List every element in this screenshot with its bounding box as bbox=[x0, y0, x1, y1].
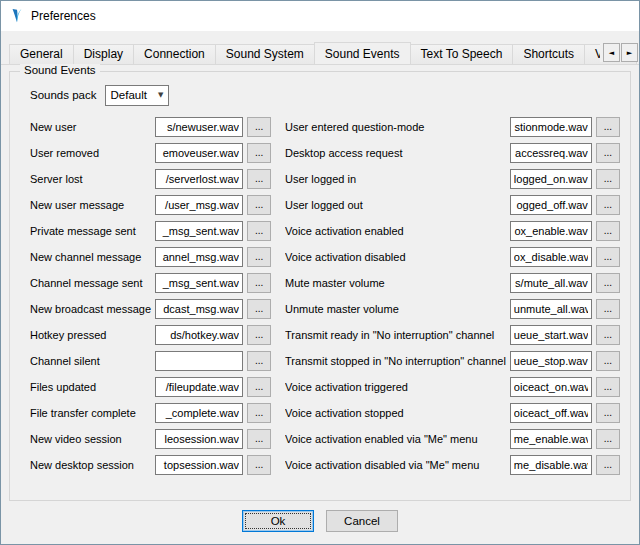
sound-file-input[interactable] bbox=[155, 351, 243, 371]
sound-file-input[interactable] bbox=[510, 403, 592, 423]
browse-button[interactable]: ... bbox=[247, 403, 271, 423]
sound-event-row: New user message... bbox=[30, 192, 271, 218]
sound-file-input[interactable] bbox=[155, 195, 243, 215]
browse-button[interactable]: ... bbox=[596, 377, 620, 397]
sound-file-input[interactable] bbox=[155, 455, 243, 475]
sound-event-row: User removed... bbox=[30, 140, 271, 166]
sound-file-input[interactable] bbox=[510, 195, 592, 215]
sound-file-input[interactable] bbox=[510, 299, 592, 319]
sound-file-input[interactable] bbox=[155, 143, 243, 163]
sound-event-label: User entered question-mode bbox=[285, 121, 510, 133]
browse-button[interactable]: ... bbox=[596, 325, 620, 345]
sound-event-label: Server lost bbox=[30, 173, 155, 185]
browse-button[interactable]: ... bbox=[596, 143, 620, 163]
sound-event-row: New desktop session... bbox=[30, 452, 271, 478]
sound-event-row: New video session... bbox=[30, 426, 271, 452]
ok-button[interactable]: Ok bbox=[242, 510, 314, 532]
browse-button[interactable]: ... bbox=[247, 325, 271, 345]
browse-button[interactable]: ... bbox=[596, 169, 620, 189]
browse-button[interactable]: ... bbox=[596, 221, 620, 241]
sound-file-input[interactable] bbox=[155, 299, 243, 319]
sound-file-input[interactable] bbox=[510, 325, 592, 345]
tab-scroll-right-icon[interactable]: ► bbox=[621, 43, 638, 62]
browse-button[interactable]: ... bbox=[596, 273, 620, 293]
browse-button[interactable]: ... bbox=[247, 169, 271, 189]
sound-file-input[interactable] bbox=[510, 429, 592, 449]
sound-event-row: Files updated... bbox=[30, 374, 271, 400]
tab-text-to-speech[interactable]: Text To Speech bbox=[410, 44, 514, 64]
browse-button[interactable]: ... bbox=[596, 351, 620, 371]
window-title: Preferences bbox=[31, 9, 96, 23]
preferences-window: Preferences GeneralDisplayConnectionSoun… bbox=[0, 0, 640, 545]
sound-file-input[interactable] bbox=[510, 117, 592, 137]
sound-file-input[interactable] bbox=[155, 221, 243, 241]
sound-event-label: Hotkey pressed bbox=[30, 329, 155, 341]
sound-file-input[interactable] bbox=[510, 455, 592, 475]
browse-button[interactable]: ... bbox=[247, 351, 271, 371]
browse-button[interactable]: ... bbox=[596, 429, 620, 449]
browse-button[interactable]: ... bbox=[596, 403, 620, 423]
sound-event-row: New broadcast message... bbox=[30, 296, 271, 322]
browse-button[interactable]: ... bbox=[247, 429, 271, 449]
sound-event-label: New video session bbox=[30, 433, 155, 445]
sound-file-input[interactable] bbox=[510, 273, 592, 293]
sound-file-input[interactable] bbox=[510, 351, 592, 371]
tab-strip: GeneralDisplayConnectionSound SystemSoun… bbox=[9, 42, 636, 64]
sound-event-row: User logged out... bbox=[285, 192, 620, 218]
browse-button[interactable]: ... bbox=[596, 195, 620, 215]
sound-event-row: Channel silent... bbox=[30, 348, 271, 374]
sound-file-input[interactable] bbox=[155, 403, 243, 423]
sound-file-input[interactable] bbox=[155, 325, 243, 345]
sound-event-row: Hotkey pressed... bbox=[30, 322, 271, 348]
browse-button[interactable]: ... bbox=[247, 273, 271, 293]
sound-event-label: User removed bbox=[30, 147, 155, 159]
sound-file-input[interactable] bbox=[510, 247, 592, 267]
sound-file-input[interactable] bbox=[155, 117, 243, 137]
sound-event-row: Desktop access request... bbox=[285, 140, 620, 166]
dialog-footer: Ok Cancel bbox=[1, 510, 639, 532]
tab-connection[interactable]: Connection bbox=[133, 44, 216, 64]
sound-event-label: Desktop access request bbox=[285, 147, 510, 159]
sound-file-input[interactable] bbox=[155, 429, 243, 449]
sounds-pack-row: Sounds pack Default ▼ bbox=[30, 84, 616, 106]
browse-button[interactable]: ... bbox=[247, 299, 271, 319]
tab-sound-events[interactable]: Sound Events bbox=[314, 42, 411, 65]
tab-sound-system[interactable]: Sound System bbox=[215, 44, 315, 64]
browse-button[interactable]: ... bbox=[247, 377, 271, 397]
browse-button[interactable]: ... bbox=[596, 117, 620, 137]
sound-event-label: New desktop session bbox=[30, 459, 155, 471]
sounds-pack-select[interactable]: Default ▼ bbox=[105, 85, 169, 106]
browse-button[interactable]: ... bbox=[596, 247, 620, 267]
browse-button[interactable]: ... bbox=[247, 247, 271, 267]
sound-event-row: Voice activation stopped... bbox=[285, 400, 620, 426]
tab-display[interactable]: Display bbox=[73, 44, 134, 64]
sound-event-row: User entered question-mode... bbox=[285, 114, 620, 140]
sound-event-row: Transmit ready in "No interruption" chan… bbox=[285, 322, 620, 348]
sound-file-input[interactable] bbox=[510, 169, 592, 189]
sound-event-row: Unmute master volume... bbox=[285, 296, 620, 322]
sound-file-input[interactable] bbox=[510, 221, 592, 241]
sound-file-input[interactable] bbox=[510, 143, 592, 163]
browse-button[interactable]: ... bbox=[247, 143, 271, 163]
browse-button[interactable]: ... bbox=[596, 299, 620, 319]
cancel-button[interactable]: Cancel bbox=[326, 510, 398, 532]
tab-scroll-left-icon[interactable]: ◄ bbox=[603, 43, 620, 62]
chevron-down-icon: ▼ bbox=[158, 91, 163, 99]
browse-button[interactable]: ... bbox=[247, 221, 271, 241]
sound-event-label: Unmute master volume bbox=[285, 303, 510, 315]
tab-general[interactable]: General bbox=[9, 44, 74, 64]
sound-file-input[interactable] bbox=[510, 377, 592, 397]
sound-event-label: New broadcast message bbox=[30, 303, 155, 315]
browse-button[interactable]: ... bbox=[247, 455, 271, 475]
sound-file-input[interactable] bbox=[155, 377, 243, 397]
sound-file-input[interactable] bbox=[155, 273, 243, 293]
sound-file-input[interactable] bbox=[155, 169, 243, 189]
browse-button[interactable]: ... bbox=[596, 455, 620, 475]
browse-button[interactable]: ... bbox=[247, 117, 271, 137]
sound-event-label: Voice activation enabled via "Me" menu bbox=[285, 433, 510, 445]
sound-file-input[interactable] bbox=[155, 247, 243, 267]
sound-event-label: New user bbox=[30, 121, 155, 133]
sound-event-row: Mute master volume... bbox=[285, 270, 620, 296]
browse-button[interactable]: ... bbox=[247, 195, 271, 215]
tab-shortcuts[interactable]: Shortcuts bbox=[512, 44, 585, 64]
